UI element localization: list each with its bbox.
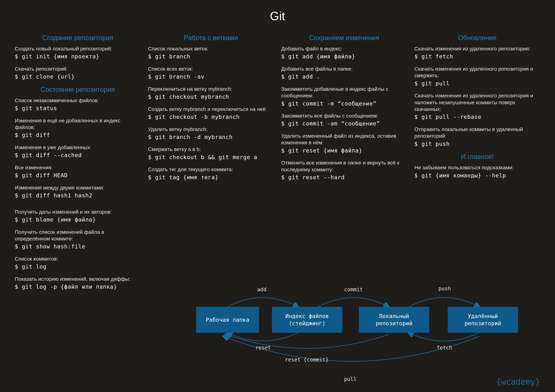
item-cmd: $ git pull --rebase xyxy=(414,113,540,121)
item-desc: Закоммитить все файлы с сообщением: xyxy=(281,113,407,119)
item-cmd: $ git checkout mybranch xyxy=(148,93,274,101)
cheat-item: Закоммитить все файлы с сообщением: $ gi… xyxy=(281,113,407,128)
column-2: Сохраняем изменения Добавить файл в инде… xyxy=(281,32,407,296)
item-cmd: $ git add . xyxy=(281,73,407,81)
cheat-item: Создать тег для текущего коммита: $ git … xyxy=(148,166,274,181)
cheat-item: Изменения в уже добавленных: $ git diff … xyxy=(15,144,141,159)
cheat-item: Добавить все файлы в папке: $ git add . xyxy=(281,66,407,81)
cheat-item: Отправить локальные коммиты в удаленный … xyxy=(414,126,540,148)
item-cmd: $ git checkout b && git merge a xyxy=(148,154,274,161)
item-cmd: $ git {имя команды} --help xyxy=(414,172,540,179)
item-desc: Список незакоммиченных файлов: xyxy=(15,97,141,104)
cheat-item: Получить даты изменений и их авторов: $ … xyxy=(15,209,141,224)
cheat-item: Изменения в ещё не добавленных в индекс … xyxy=(15,117,141,139)
section-title: И главное! xyxy=(414,153,540,161)
section-title: Состояние репозитория xyxy=(15,86,141,93)
cheat-item: Не забываем пользоваться подсказками: $ … xyxy=(414,164,540,179)
diagram-label-push: push xyxy=(438,285,451,292)
item-desc: Удалить измененный файл из индекса, оста… xyxy=(281,133,407,146)
cheat-item: Переключиться на ветку mybranch: $ git c… xyxy=(148,86,274,101)
item-desc: Скачать изменения из удаленного репозито… xyxy=(414,45,540,52)
item-desc: Добавить файл в индекс: xyxy=(281,45,407,52)
section-title: Работа с ветками xyxy=(148,34,274,42)
diagram-label-pull: pull xyxy=(344,376,357,382)
diagram-label-fetch: fetch xyxy=(437,345,452,351)
cheat-item: Изменения между двумя коммитами: $ git d… xyxy=(15,185,141,200)
item-cmd: $ git branch xyxy=(148,53,274,60)
item-desc: Изменения между двумя коммитами: xyxy=(15,185,141,191)
item-cmd: $ git fetch xyxy=(414,53,540,60)
brand-logo: {wcademy} xyxy=(496,377,540,386)
cheat-item: Список всех веток: $ git branch -av xyxy=(148,66,274,81)
cheat-item: Скачать репозиторий: $ git clone {url} xyxy=(15,66,141,81)
diagram-arrows xyxy=(189,283,540,386)
cheat-item: Смержить ветку a в b: $ git checkout b &… xyxy=(148,146,274,161)
item-desc: Переключиться на ветку mybranch: xyxy=(148,86,274,93)
column-0: Создание репозитория Создать новый локал… xyxy=(15,32,141,296)
cheat-item: Список незакоммиченных файлов: $ git sta… xyxy=(15,97,141,112)
item-cmd: $ git blame {имя файла} xyxy=(15,216,141,224)
diagram-label-commit: commit xyxy=(344,286,363,292)
item-desc: Смержить ветку a в b: xyxy=(148,146,274,153)
cheat-item: Скачать изменения из удаленного репозито… xyxy=(414,66,540,87)
item-desc: Изменения в ещё не добавленных в индекс … xyxy=(15,117,141,131)
diagram-box-index: Индекс файлов (стейджинг) xyxy=(272,307,342,333)
item-desc: Скачать репозиторий: xyxy=(15,66,141,72)
item-desc: Изменения в уже добавленных: xyxy=(15,144,141,151)
item-desc: Список всех веток: xyxy=(148,66,274,72)
diagram-label-reset: reset xyxy=(255,345,271,351)
cheat-item: Закоммитить добавленые в индекс файлы с … xyxy=(281,86,407,107)
item-cmd: $ git pull xyxy=(414,80,540,87)
item-desc: Создать тег для текущего коммита: xyxy=(148,166,274,173)
diagram-box-local: Локальный репозиторий xyxy=(359,307,429,333)
section-title: Обновление xyxy=(414,34,540,42)
item-desc: Создать новый локальный репозиторий: xyxy=(15,45,141,52)
item-cmd: $ git clone {url} xyxy=(15,73,141,81)
item-cmd: $ git add {имя файла} xyxy=(281,53,407,60)
item-desc: Закоммитить добавленые в индекс файлы с … xyxy=(281,86,407,99)
section-title: Создание репозитория xyxy=(15,34,141,42)
item-cmd: $ git checkout -b mybranch xyxy=(148,113,274,121)
item-desc: Добавить все файлы в папке: xyxy=(281,66,407,72)
item-desc: Скачать изменения из удаленного репозито… xyxy=(414,93,540,113)
item-desc: Все изменения: xyxy=(15,164,141,171)
item-cmd: $ git init {имя проекта} xyxy=(15,53,141,60)
item-desc: Список локальных веток: xyxy=(148,45,274,52)
item-cmd: $ git branch -d mybranch xyxy=(148,133,274,141)
item-cmd: $ git diff xyxy=(15,131,141,139)
item-cmd: $ git status xyxy=(15,105,141,112)
item-desc: Не забываем пользоваться подсказками: xyxy=(414,164,540,171)
item-cmd: $ git push xyxy=(414,140,540,148)
cheat-item: Список коммитов: $ git log xyxy=(15,256,141,271)
cheat-item: Удалить измененный файл из индекса, оста… xyxy=(281,133,407,154)
item-desc: Скачать изменения из удаленного репозито… xyxy=(414,66,540,79)
column-3: Обновление Скачать изменения из удаленно… xyxy=(414,32,540,296)
page-title: Git xyxy=(15,9,540,23)
item-desc: Отправить локальные коммиты в удаленный … xyxy=(414,126,540,140)
item-cmd: $ git show hash:file xyxy=(15,243,141,250)
item-cmd: $ git diff hash1 hash2 xyxy=(15,192,141,200)
diagram-box-working: Рабочая папка xyxy=(196,307,259,333)
cheat-item: Все изменения: $ git diff HEAD xyxy=(15,164,141,179)
cheat-item: Создать ветку mybranch и переключиться н… xyxy=(148,106,274,121)
item-cmd: $ git reset {имя файла} xyxy=(281,147,407,155)
item-desc: Удалить ветку mybranch: xyxy=(148,126,274,133)
columns-container: Создание репозитория Создать новый локал… xyxy=(15,32,540,296)
item-desc: Получить список изменений файла в опреде… xyxy=(15,229,141,242)
diagram-label-add: add xyxy=(257,286,267,292)
diagram-box-remote: Удалённый репозиторий xyxy=(448,307,518,333)
column-1: Работа с ветками Список локальных веток:… xyxy=(148,32,274,296)
cheat-item: Показать историю изменений, включая дифф… xyxy=(15,276,141,291)
item-cmd: $ git branch -av xyxy=(148,73,274,81)
item-desc: Отменить все изменения в папке и вернуть… xyxy=(281,159,407,173)
cheat-item: Список локальных веток: $ git branch xyxy=(148,45,274,60)
item-cmd: $ git diff --cached xyxy=(15,151,141,159)
item-cmd: $ git tag {имя тега} xyxy=(148,174,274,181)
item-cmd: $ git log -p {файл или папка} xyxy=(15,283,141,291)
cheat-item: Удалить ветку mybranch: $ git branch -d … xyxy=(148,126,274,141)
diagram-label-reset-commit: reset {commit} xyxy=(285,357,329,363)
cheat-item: Скачать изменения из удаленного репозито… xyxy=(414,45,540,60)
section-title: Сохраняем изменения xyxy=(281,34,407,42)
flow-diagram: Рабочая папка Индекс файлов (стейджинг) … xyxy=(189,283,540,386)
item-cmd: $ git reset --hard xyxy=(281,174,407,181)
